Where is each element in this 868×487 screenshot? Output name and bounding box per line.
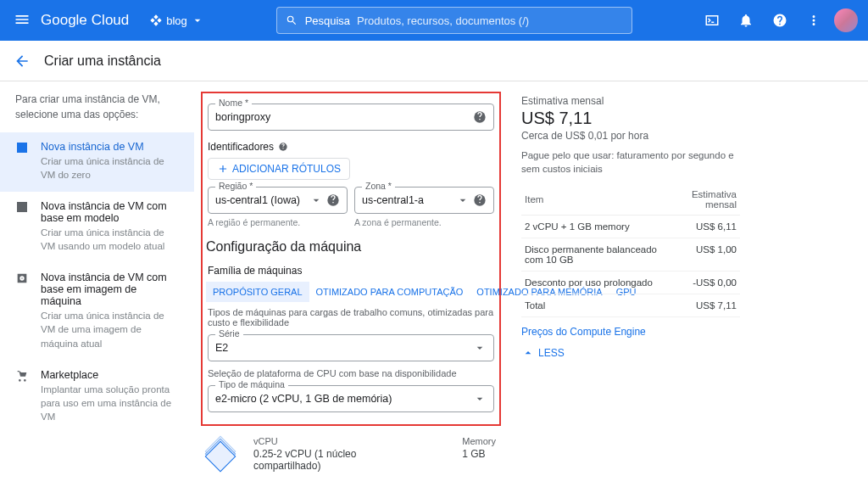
back-icon[interactable] xyxy=(14,53,31,70)
page-title: Criar uma instância xyxy=(44,53,161,69)
sidebar: Para criar uma instância de VM, selecion… xyxy=(0,81,194,487)
machine-config-heading: Configuração da máquina xyxy=(206,239,496,255)
estimate-heading: Estimativa mensal xyxy=(521,95,740,107)
sidebar-item-3[interactable]: MarketplaceImplantar uma solução pronta … xyxy=(0,361,194,434)
plus-box-icon xyxy=(15,141,31,182)
table-row: Desconto por uso prolongado-US$ 0,00 xyxy=(521,271,740,294)
project-icon xyxy=(149,14,163,27)
less-button[interactable]: LESS xyxy=(521,346,740,360)
logo: GoogleCloud xyxy=(41,12,129,29)
billing-note: Pague pelo que usar: faturamento por seg… xyxy=(521,148,740,176)
avatar[interactable] xyxy=(834,8,858,32)
prices-link[interactable]: Preços do Compute Engine xyxy=(521,326,646,338)
sidebar-item-2[interactable]: Nova instância de VM com base em imagem … xyxy=(0,263,194,360)
notifications-icon[interactable] xyxy=(732,7,760,34)
disk-icon xyxy=(15,271,31,350)
table-row: Disco permanente balanceado com 10 GBUS$… xyxy=(521,238,740,271)
zone-note: A zona é permanente. xyxy=(354,217,494,227)
table-row: TotalUS$ 7,11 xyxy=(521,294,740,317)
cpu-icon xyxy=(206,439,236,469)
series-select[interactable]: Série E2 xyxy=(208,334,494,361)
estimate-total: US$ 7,11 xyxy=(521,109,740,128)
cloud-shell-icon[interactable] xyxy=(698,7,726,34)
add-labels-button[interactable]: ADICIONAR RÓTULOS xyxy=(208,158,350,180)
cpu-gpu-expander[interactable]: PLATAFORMA DE CPU E GPU xyxy=(203,484,499,487)
identifiers-label: Identificadores xyxy=(208,141,274,153)
chevron-down-icon xyxy=(309,193,323,207)
table-row: 2 vCPU + 1 GB memoryUS$ 6,11 xyxy=(521,216,740,238)
search-field[interactable] xyxy=(357,14,623,27)
main-form: Nome * boringproxy Identificadores ADICI… xyxy=(194,81,508,487)
app-header: GoogleCloud blog Pesquisa xyxy=(0,0,868,41)
sidebar-intro: Para criar uma instância de VM, selecion… xyxy=(0,92,194,132)
search-input[interactable]: Pesquisa xyxy=(276,7,632,34)
chevron-down-icon xyxy=(456,193,470,207)
highlight-box: Nome * boringproxy Identificadores ADICI… xyxy=(201,92,501,426)
series-note: Seleção de plataforma de CPU com base na… xyxy=(208,368,494,378)
chevron-down-icon xyxy=(473,392,487,406)
family-tab-0[interactable]: PROPÓSITO GERAL xyxy=(206,282,309,302)
region-select[interactable]: Região * us-central1 (Iowa) xyxy=(208,187,348,214)
project-picker[interactable]: blog xyxy=(142,10,211,31)
name-field[interactable]: Nome * boringproxy xyxy=(208,104,494,131)
sidebar-item-0[interactable]: Nova instância de VMCriar uma única inst… xyxy=(0,132,194,192)
chevron-down-icon xyxy=(203,484,216,487)
estimate-table: ItemEstimativa mensal 2 vCPU + 1 GB memo… xyxy=(521,184,740,317)
estimate-per-hour: Cerca de US$ 0,01 por hora xyxy=(521,130,740,142)
help-icon[interactable] xyxy=(473,193,487,207)
estimate-panel: Estimativa mensal US$ 7,11 Cerca de US$ … xyxy=(508,81,754,487)
chevron-down-icon xyxy=(191,14,204,27)
sidebar-item-1[interactable]: Nova instância de VM com base em modeloC… xyxy=(0,192,194,263)
menu-icon[interactable] xyxy=(7,4,37,37)
region-note: A região é permanente. xyxy=(208,217,348,227)
family-label: Família de máquinas xyxy=(208,265,494,277)
help-icon[interactable] xyxy=(277,141,289,153)
page-title-row: Criar uma instância xyxy=(0,41,868,81)
help-icon[interactable] xyxy=(326,193,340,207)
cpu-summary: vCPU0.25-2 vCPU (1 núcleo compartilhado)… xyxy=(201,431,501,477)
search-icon xyxy=(286,13,298,28)
plus-box-icon xyxy=(15,200,31,253)
help-icon[interactable] xyxy=(473,110,487,124)
cart-icon xyxy=(15,369,31,423)
more-icon[interactable] xyxy=(800,7,827,34)
plus-icon xyxy=(217,163,229,175)
family-tabs: PROPÓSITO GERALOTIMIZADO PARA COMPUTAÇÃO… xyxy=(206,282,496,302)
chevron-up-icon xyxy=(521,346,535,360)
family-note: Tipos de máquinas para cargas de trabalh… xyxy=(208,307,494,327)
zone-select[interactable]: Zona * us-central1-a xyxy=(354,187,494,214)
family-tab-1[interactable]: OTIMIZADO PARA COMPUTAÇÃO xyxy=(309,282,470,302)
help-icon[interactable] xyxy=(766,7,793,34)
chevron-down-icon xyxy=(473,341,487,355)
machine-type-select[interactable]: Tipo de máquina e2-micro (2 vCPU, 1 GB d… xyxy=(208,385,494,412)
